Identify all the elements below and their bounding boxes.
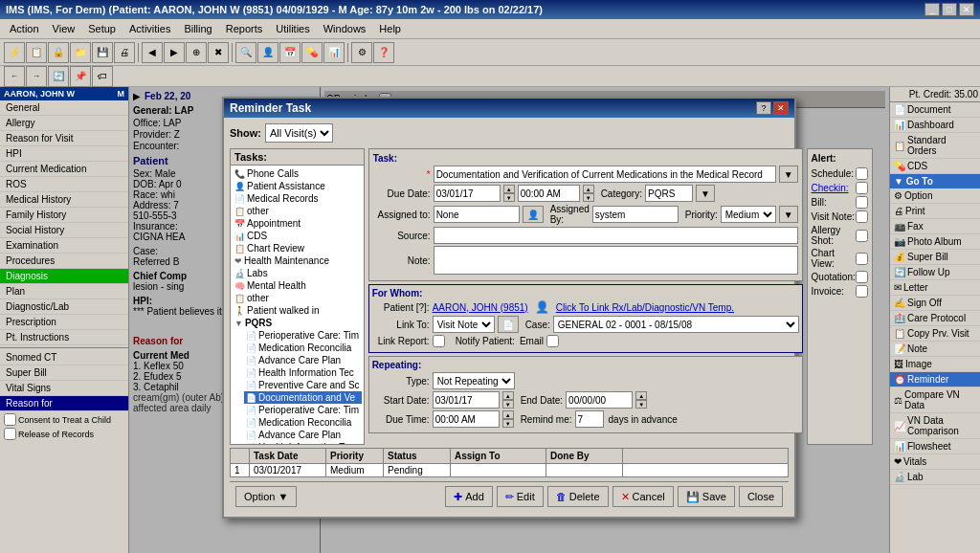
task-dropdown-btn[interactable]: ▼ <box>779 166 798 183</box>
click-link[interactable]: Click To Link Rx/Lab/Diagnostic/VN Temp. <box>556 302 734 313</box>
tree-med-rec2[interactable]: 📄Medication Reconcilia <box>244 416 362 429</box>
task-input[interactable] <box>434 166 776 183</box>
tree-peri2[interactable]: 📄Perioperative Care: Tim <box>244 404 362 416</box>
due-time-up[interactable]: ▲ <box>583 185 594 193</box>
tree-chart-review[interactable]: 📋Chart Review <box>233 242 362 254</box>
sidebar-item-diagnosis[interactable]: Diagnosis <box>0 269 128 284</box>
right-nav-reminder[interactable]: ⏰ Reminder <box>890 372 980 387</box>
toolbar-btn-7[interactable]: ◀ <box>142 42 163 63</box>
alert-allergy-shot-checkbox[interactable] <box>856 230 868 242</box>
maximize-button[interactable]: □ <box>942 3 957 16</box>
right-nav-super-bill[interactable]: 💰 Super Bill <box>890 250 980 265</box>
sidebar-item-snomed[interactable]: Snomed CT <box>0 350 128 365</box>
menu-view[interactable]: View <box>47 21 81 36</box>
tree-labs[interactable]: 🔬Labs <box>233 267 362 279</box>
toolbar2-btn-4[interactable]: 📌 <box>70 66 91 87</box>
menu-activities[interactable]: Activities <box>123 21 176 36</box>
category-input[interactable] <box>645 185 693 202</box>
due-date-down[interactable]: ▼ <box>503 193 515 202</box>
tree-peri1[interactable]: 📄Perioperative Care: Tim <box>244 329 362 342</box>
toolbar-btn-13[interactable]: 📅 <box>279 42 301 63</box>
link-to-icon-btn[interactable]: 📄 <box>498 316 519 333</box>
link-report-checkbox[interactable] <box>433 335 445 347</box>
right-nav-compare-vn[interactable]: ⚖ Compare VN Data <box>890 387 980 413</box>
menu-help[interactable]: Help <box>373 21 407 36</box>
sidebar-item-social-history[interactable]: Social History <box>0 223 128 238</box>
tree-patient-walked[interactable]: 🚶Patient walked in <box>233 304 362 317</box>
tree-medical-records[interactable]: 📄Medical Records <box>233 192 362 205</box>
right-nav-vitals[interactable]: ❤ Vitals <box>890 454 980 470</box>
start-date-down[interactable]: ▼ <box>502 400 514 409</box>
close-button[interactable]: Close <box>739 486 783 507</box>
remind-days-input[interactable] <box>575 410 604 428</box>
end-date-input[interactable] <box>566 391 633 409</box>
right-nav-follow-up[interactable]: 🔄 Follow Up <box>890 265 980 280</box>
modal-close-x-button[interactable]: ✕ <box>773 101 789 115</box>
right-nav-document[interactable]: 📄 Document <box>890 102 980 118</box>
tree-health-info2[interactable]: 📄Health Information Tec <box>244 441 362 444</box>
tree-other2[interactable]: 📋other <box>233 292 362 304</box>
menu-action[interactable]: Action <box>4 21 45 36</box>
right-nav-letter[interactable]: ✉ Letter <box>890 280 980 296</box>
alert-chart-view-checkbox[interactable] <box>856 253 868 265</box>
start-date-input[interactable] <box>433 391 500 409</box>
tree-cds[interactable]: 📊CDS <box>233 230 362 242</box>
save-button[interactable]: 💾 Save <box>678 486 735 507</box>
toolbar-btn-15[interactable]: 📊 <box>323 42 345 63</box>
toolbar-btn-11[interactable]: 🔍 <box>235 42 256 63</box>
assigned-to-input[interactable] <box>434 206 520 223</box>
tasks-tree[interactable]: 📞Phone Calls 👤Patient Assistance 📄Medica… <box>231 166 364 444</box>
tree-appointment[interactable]: 📅Appointment <box>233 217 362 230</box>
alert-visit-note-checkbox[interactable] <box>856 210 868 223</box>
sidebar-item-super-bill[interactable]: Super Bill <box>0 365 128 381</box>
right-nav-care-protocol[interactable]: 🏥 Care Protocol <box>890 311 980 326</box>
toolbar-btn-8[interactable]: ▶ <box>164 42 185 63</box>
sidebar-item-family-history[interactable]: Family History <box>0 208 128 223</box>
tree-phone-calls[interactable]: 📞Phone Calls <box>233 167 362 180</box>
priority-select[interactable]: MediumLowHigh <box>721 206 776 223</box>
sidebar-item-hpi[interactable]: HPI <box>0 146 128 162</box>
toolbar-btn-14[interactable]: 💊 <box>301 42 323 63</box>
toolbar-btn-3[interactable]: 🔒 <box>48 42 69 63</box>
toolbar2-btn-3[interactable]: 🔄 <box>48 66 69 87</box>
right-nav-note[interactable]: 📝 Note <box>890 342 980 357</box>
toolbar-btn-9[interactable]: ⊕ <box>186 42 207 63</box>
minimize-button[interactable]: _ <box>924 3 940 16</box>
menu-setup[interactable]: Setup <box>82 21 122 36</box>
due-time-input[interactable] <box>518 185 580 202</box>
toolbar-btn-17[interactable]: ❓ <box>373 42 394 63</box>
sidebar-item-procedures[interactable]: Procedures <box>0 254 128 269</box>
alert-bill-checkbox[interactable] <box>856 196 868 209</box>
toolbar2-btn-2[interactable]: → <box>26 66 47 87</box>
tree-health-info1[interactable]: 📄Health Information Tec <box>244 366 362 379</box>
tree-mental-health[interactable]: 🧠Mental Health <box>233 279 362 292</box>
assigned-by-input[interactable] <box>592 206 679 223</box>
option-button[interactable]: Option ▼ <box>235 486 297 507</box>
link-to-select[interactable]: Visit Note <box>433 316 495 333</box>
sidebar-item-current-med[interactable]: Current Medication <box>0 162 128 177</box>
end-date-up[interactable]: ▲ <box>635 391 647 400</box>
menu-windows[interactable]: Windows <box>318 21 372 36</box>
toolbar2-btn-5[interactable]: 🏷 <box>92 66 113 87</box>
toolbar-btn-5[interactable]: 💾 <box>92 42 113 63</box>
sidebar-item-plan[interactable]: Plan <box>0 284 128 299</box>
repeat-type-select[interactable]: Not Repeating <box>433 372 515 389</box>
right-nav-photo-album[interactable]: 📷 Photo Album <box>890 234 980 250</box>
alert-checkin-checkbox[interactable] <box>856 182 868 194</box>
priority-dropdown-btn[interactable]: ▼ <box>779 206 798 223</box>
sidebar-item-vital-signs[interactable]: Vital Signs <box>0 381 128 396</box>
alert-schedule-checkbox[interactable] <box>856 167 868 180</box>
toolbar-btn-12[interactable]: 👤 <box>257 42 278 63</box>
right-nav-cds[interactable]: 💊 CDS <box>890 159 980 174</box>
right-nav-print[interactable]: 🖨 Print <box>890 204 980 219</box>
edit-button[interactable]: ✏ Edit <box>497 486 544 507</box>
menu-reports[interactable]: Reports <box>220 21 269 36</box>
due-time2-input[interactable] <box>433 410 500 428</box>
due-time-spinner[interactable]: ▲▼ <box>583 185 594 202</box>
alert-checkin-label[interactable]: Checkin: <box>812 183 849 193</box>
table-row[interactable]: 1 03/01/2017 Medium Pending <box>231 464 788 476</box>
tree-doc-ve1[interactable]: 📄Documentation and Ve <box>244 391 362 404</box>
right-nav-dashboard[interactable]: 📊 Dashboard <box>890 118 980 133</box>
delete-button[interactable]: 🗑 Delete <box>547 486 609 507</box>
tree-other1[interactable]: 📋other <box>233 205 362 217</box>
